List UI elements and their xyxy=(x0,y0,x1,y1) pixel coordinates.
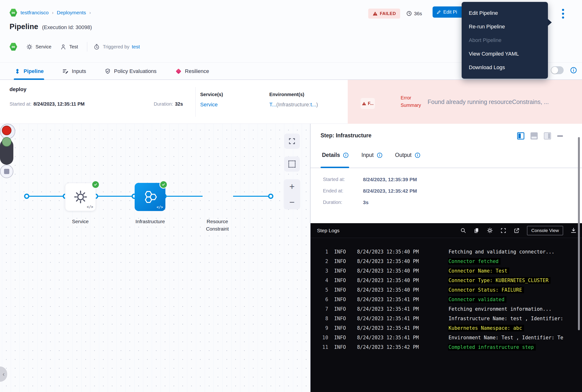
status-badge: FAILED xyxy=(368,8,400,18)
console-toolbar: Console View xyxy=(460,226,577,235)
divider xyxy=(87,42,87,52)
cd-module-icon: ∞ xyxy=(9,43,17,51)
harness-module-icon: ∞ xyxy=(9,8,17,17)
edge xyxy=(164,196,203,197)
stopwatch-icon xyxy=(93,44,100,50)
log-cell: INFO xyxy=(328,306,357,312)
layout-bottom-icon[interactable] xyxy=(531,132,538,140)
log-cell: 8/24/2023 12:35:41 PM xyxy=(357,296,449,302)
log-lines[interactable]: 1INFO8/24/2023 12:35:40 PMFetching and v… xyxy=(311,238,582,352)
menu-item-download-logs[interactable]: Download Logs xyxy=(462,61,548,74)
download-icon[interactable] xyxy=(570,227,577,234)
info-icon[interactable] xyxy=(415,152,421,158)
yaml-code-glyph: </> xyxy=(157,205,163,209)
menu-item-rerun-pipeline[interactable]: Re-run Pipeline xyxy=(462,20,548,34)
external-link-icon[interactable] xyxy=(514,228,520,234)
error-summary-strip: F... Error Summary Found already running… xyxy=(348,80,582,124)
log-cell: INFO xyxy=(328,325,357,331)
services-header: Service(s) xyxy=(200,92,223,97)
tab-output[interactable]: Output xyxy=(395,152,421,158)
zoom-in-button[interactable]: + xyxy=(289,182,295,191)
info-icon[interactable] xyxy=(343,152,349,158)
view-toggle[interactable] xyxy=(551,66,564,74)
field-ended-at: Ended at: 8/24/2023, 12:35:42 PM xyxy=(323,188,417,194)
tab-details[interactable]: Details xyxy=(322,152,349,158)
log-line: 6INFO8/24/2023 12:35:41 PMConnector vali… xyxy=(317,295,582,304)
log-line: 7INFO8/24/2023 12:35:41 PMFetching envir… xyxy=(317,304,582,314)
tab-resilience[interactable]: Resilience xyxy=(175,63,209,80)
page-title: Pipeline xyxy=(9,22,38,31)
menu-item-edit-pipeline[interactable]: Edit Pipeline xyxy=(462,6,548,20)
tab-input[interactable]: Input xyxy=(361,152,383,158)
stage-summary-bar: deploy Started at: 8/24/2023, 12:35:11 P… xyxy=(0,80,582,124)
log-message: Infrastructure Name: test , Identifier: xyxy=(449,316,582,322)
tab-policy-evaluations[interactable]: Policy Evaluations xyxy=(105,63,157,80)
stage-name[interactable]: deploy xyxy=(9,86,26,92)
breadcrumb-deployments-link[interactable]: Deployments xyxy=(57,10,86,16)
breadcrumb-org-link[interactable]: testfrancisco xyxy=(20,10,49,16)
log-cell: 8/24/2023 12:35:41 PM xyxy=(357,316,449,322)
log-cell: INFO xyxy=(328,249,357,255)
log-cell: INFO xyxy=(328,344,357,350)
triggered-by-user[interactable]: test xyxy=(132,44,140,50)
zoom-out-button[interactable]: − xyxy=(289,198,295,207)
canvas-fullscreen-button[interactable] xyxy=(284,134,300,149)
log-line: 5INFO8/24/2023 12:35:40 PMConnector Stat… xyxy=(317,285,582,295)
menu-item-abort-pipeline: Abort Pipeline xyxy=(462,34,548,47)
step-logs-console: Step Logs Console View xyxy=(311,223,582,392)
resilience-icon xyxy=(175,68,182,75)
environment-link[interactable]: T...(Infrastructure:t...) xyxy=(269,102,318,108)
log-cell: INFO xyxy=(328,316,357,322)
edit-pipeline-button[interactable]: Edit Pi xyxy=(433,6,463,18)
edge xyxy=(233,196,272,197)
pipeline-canvas[interactable]: </> </> Service Infrastructure Resource … xyxy=(0,124,310,392)
hexagons-icon xyxy=(142,189,158,204)
service-node[interactable]: </> xyxy=(65,183,96,211)
green-light xyxy=(2,137,11,147)
canvas-select-button[interactable] xyxy=(284,156,300,172)
tab-inputs[interactable]: Inputs xyxy=(62,63,86,80)
minimize-panel-icon[interactable] xyxy=(557,136,563,137)
service-link[interactable]: Service xyxy=(200,102,223,108)
info-icon[interactable] xyxy=(377,152,383,158)
services-column: Service(s) Service xyxy=(200,92,223,108)
success-check-icon xyxy=(159,180,167,188)
settings-gear-icon[interactable] xyxy=(487,227,493,234)
field-started-at: Started at: 8/24/2023, 12:35:39 PM xyxy=(323,177,417,182)
log-message: Environment Name: Test , Identifier: Te xyxy=(449,335,582,340)
error-summary-message[interactable]: Found already running resourceConstrains… xyxy=(428,98,580,106)
error-status-badge: F... xyxy=(361,98,375,109)
menu-item-view-compiled-yaml[interactable]: View Compiled YAML xyxy=(462,47,548,61)
trigger-type-label: Test xyxy=(69,44,78,50)
title-row: Pipeline (Execution Id: 30098) xyxy=(9,22,92,31)
log-message: Connector Type: KUBERNETES_CLUSTER xyxy=(448,277,551,284)
search-icon[interactable] xyxy=(460,228,466,234)
log-line: 9INFO8/24/2023 12:35:41 PMKubernetes Nam… xyxy=(317,323,582,333)
tab-pipeline[interactable]: Pipeline xyxy=(14,63,44,80)
tabbar-extras xyxy=(551,66,577,74)
inputs-icon xyxy=(62,68,69,74)
info-icon[interactable] xyxy=(570,66,577,74)
log-cell: 8/24/2023 12:35:40 PM xyxy=(357,278,449,283)
log-cell: 3 xyxy=(317,268,328,274)
edge-port xyxy=(24,194,29,199)
layout-right-icon[interactable] xyxy=(544,132,551,140)
resource-constraint-node[interactable] xyxy=(0,139,13,165)
log-cell: 10 xyxy=(317,335,328,340)
log-cell: 8/24/2023 12:35:40 PM xyxy=(357,268,449,274)
vertical-scrollbar[interactable] xyxy=(578,137,580,330)
layout-left-icon[interactable] xyxy=(517,132,524,140)
console-view-button[interactable]: Console View xyxy=(527,226,563,235)
chevron-right-icon: › xyxy=(89,10,91,15)
console-title: Step Logs xyxy=(317,228,340,234)
copy-icon[interactable] xyxy=(473,228,480,234)
fullscreen-icon xyxy=(288,137,296,145)
node-label-service: Service xyxy=(56,218,104,225)
panel-layout-controls xyxy=(517,132,563,140)
fullscreen-icon[interactable] xyxy=(500,228,507,234)
log-cell: INFO xyxy=(328,258,357,264)
field-duration: Duration: 3s xyxy=(323,200,368,205)
kebab-menu-icon[interactable] xyxy=(560,8,566,19)
status-text: FAILED xyxy=(380,11,396,16)
end-node[interactable] xyxy=(0,165,13,178)
